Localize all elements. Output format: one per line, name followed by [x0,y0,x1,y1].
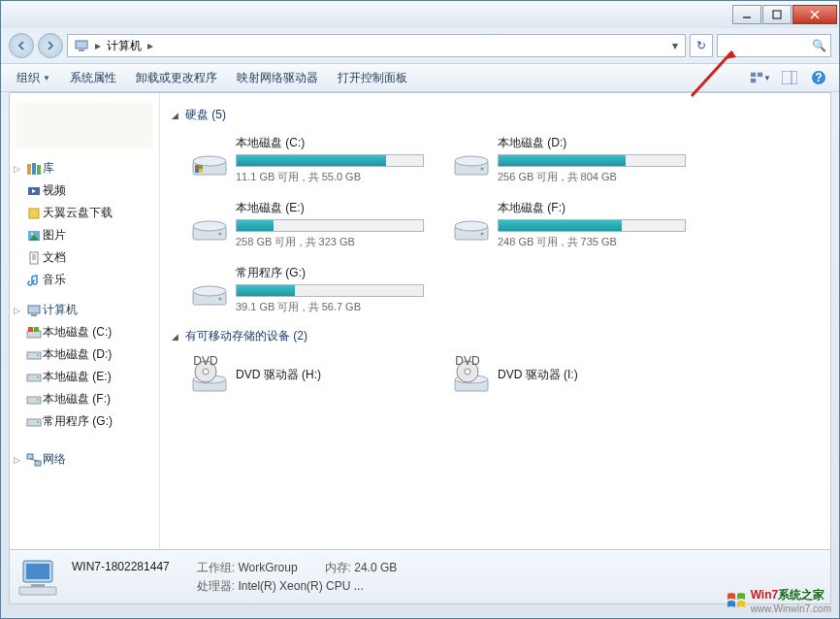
svg-rect-8 [751,79,756,82]
library-item-label: 文档 [43,249,66,266]
removable-section-header[interactable]: ◢ 有可移动存储的设备 (2) [172,328,819,344]
svg-point-57 [481,232,484,235]
chevron-right-icon: ▸ [93,39,103,52]
svg-rect-39 [27,454,33,459]
libraries-icon [25,161,43,177]
system-properties-button[interactable]: 系统属性 [62,67,124,89]
sidebar-drive-item[interactable]: 本地磁盘 (D:) [10,343,159,366]
computer-header[interactable]: ▷ 计算机 [10,299,159,321]
drive-name: DVD 驱动器 (H:) [236,367,424,383]
drive-name: DVD 驱动器 (I:) [498,367,686,383]
search-icon: 🔍 [812,39,826,52]
toolbar: 组织▼ 系统属性 卸载或更改程序 映射网络驱动器 打开控制面板 ▼ ? [1,63,839,92]
uninstall-programs-button[interactable]: 卸载或更改程序 [128,67,225,89]
forward-button[interactable] [38,33,63,58]
svg-rect-5 [79,49,84,51]
svg-text:DVD: DVD [193,356,218,368]
refresh-button[interactable]: ↻ [690,34,713,57]
usage-bar [236,219,424,232]
svg-rect-22 [30,252,38,264]
drive-item[interactable]: 本地磁盘 (F:)248 GB 可用 , 共 735 GB [447,196,690,253]
address-dropdown-icon[interactable]: ▾ [667,39,683,52]
sidebar-library-item[interactable]: 视频 [10,179,159,202]
network-label: 网络 [43,451,66,468]
svg-rect-45 [195,165,199,169]
usage-bar [498,219,686,232]
svg-point-34 [37,376,39,378]
minimize-button[interactable] [732,5,761,24]
drive-name: 常用程序 (G:) [236,265,424,281]
svg-point-50 [455,156,488,166]
watermark-text2: 系统之家 [778,588,824,602]
sidebar-drive-item[interactable]: 常用程序 (G:) [10,410,159,433]
svg-rect-1 [773,11,781,18]
svg-rect-29 [28,327,33,332]
svg-line-41 [30,459,38,461]
watermark-url: www.Winwin7.com [751,603,831,614]
collapse-icon: ◢ [172,332,185,342]
drive-sub: 248 GB 可用 , 共 735 GB [498,235,686,249]
libraries-header[interactable]: ▷ 库 [10,157,159,179]
view-menu-icon[interactable]: ▼ [750,67,771,88]
sidebar-library-item[interactable]: 图片 [10,224,159,246]
hard-disk-section-header[interactable]: ◢ 硬盘 (5) [172,107,819,123]
breadcrumb-computer[interactable]: 计算机 [103,35,145,56]
svg-rect-72 [26,564,49,579]
drive-item[interactable]: 本地磁盘 (D:)256 GB 可用 , 共 804 GB [447,131,690,188]
workgroup-key: 工作组: [197,561,235,574]
address-bar[interactable]: ▸ 计算机 ▸ ▾ [67,34,686,57]
hard-disk-icon [189,140,230,180]
map-network-drive-button[interactable]: 映射网络驱动器 [229,67,326,89]
svg-text:DVD: DVD [455,356,480,368]
sidebar-drive-item[interactable]: 本地磁盘 (F:) [10,388,159,410]
svg-rect-74 [19,587,56,595]
watermark: Win7系统之家 www.Winwin7.com [726,587,831,614]
svg-rect-18 [29,209,39,218]
svg-rect-46 [199,165,203,169]
drive-item-label: 本地磁盘 (F:) [43,391,111,407]
svg-rect-31 [27,352,41,359]
memory-value: 24.0 GB [354,561,397,574]
svg-point-59 [193,286,226,296]
sidebar-library-item[interactable]: 音乐 [10,269,159,291]
drive-name: 本地磁盘 (F:) [498,200,686,216]
svg-rect-47 [195,169,199,173]
watermark-text1: Win7 [751,588,779,602]
usage-bar [236,284,424,297]
open-control-panel-button[interactable]: 打开控制面板 [330,67,415,89]
svg-rect-48 [199,169,203,173]
collapse-icon: ▷ [14,164,25,174]
maximize-button[interactable] [762,5,792,24]
dvd-drive-item[interactable]: DVDDVD 驱动器 (H:) [185,352,428,401]
network-header[interactable]: ▷ 网络 [10,448,159,471]
hard-disk-icon [451,140,492,180]
computer-large-icon [17,557,62,598]
hard-disk-label: 硬盘 (5) [185,107,226,123]
usage-bar [498,154,686,167]
svg-point-32 [37,354,39,356]
back-button[interactable] [9,33,34,58]
drive-item[interactable]: 常用程序 (G:)39.1 GB 可用 , 共 56.7 GB [185,261,428,318]
sidebar-drive-item[interactable]: 本地磁盘 (C:) [10,321,159,343]
search-box[interactable]: 🔍 [717,34,831,57]
sidebar-library-item[interactable]: 文档 [10,246,159,269]
removable-label: 有可移动存储的设备 (2) [185,328,307,344]
svg-point-38 [37,421,39,423]
collapse-icon: ▷ [14,306,25,315]
organize-menu[interactable]: 组织▼ [9,67,58,89]
main-pane: ◢ 硬盘 (5) 本地磁盘 (C:)11.1 GB 可用 , 共 55.0 GB… [160,93,830,549]
search-input[interactable] [722,39,812,52]
svg-rect-37 [27,419,41,426]
drive-item-label: 常用程序 (G:) [43,413,113,430]
drive-item[interactable]: 本地磁盘 (C:)11.1 GB 可用 , 共 55.0 GB [185,131,428,188]
sidebar-drive-item[interactable]: 本地磁盘 (E:) [10,366,159,388]
svg-rect-27 [31,314,37,316]
drive-name: 本地磁盘 (E:) [236,200,424,216]
drive-item[interactable]: 本地磁盘 (E:)258 GB 可用 , 共 323 GB [185,196,428,253]
sidebar-library-item[interactable]: 天翼云盘下载 [10,202,159,224]
preview-pane-icon[interactable] [779,67,800,88]
dvd-drive-item[interactable]: DVDDVD 驱动器 (I:) [447,352,690,401]
help-icon[interactable]: ? [808,67,829,88]
close-button[interactable] [792,5,837,24]
svg-point-36 [37,399,39,401]
